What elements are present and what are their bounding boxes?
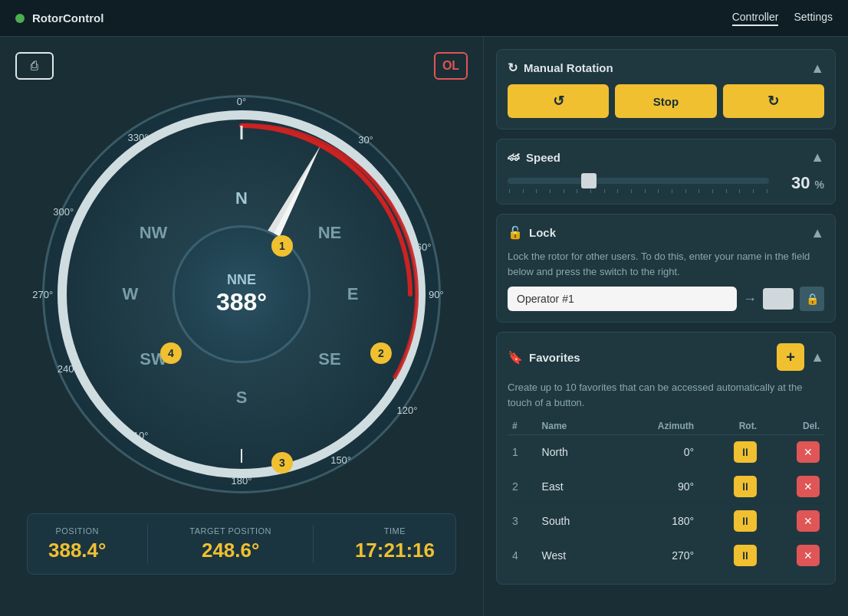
stop-button[interactable]: Stop xyxy=(615,84,716,118)
fav-rot-cell: ⏸ xyxy=(698,470,761,504)
time-label: Time xyxy=(384,526,406,536)
favorites-description: Create up to 10 favorites that can be ac… xyxy=(508,380,824,410)
fav-rot-cell: ⏸ xyxy=(698,435,761,470)
waypoint-4[interactable]: 4 xyxy=(160,342,182,364)
main: ⎙ OL 0° 30° 60° 90° 120° 150° 180° 210° … xyxy=(0,37,848,616)
fav-azimuth: 90° xyxy=(610,470,698,504)
header-left: RotorControl xyxy=(15,11,104,25)
manual-rotation-title: ↻ Manual Rotation xyxy=(508,61,613,75)
nav-settings[interactable]: Settings xyxy=(794,11,833,26)
lock-row: → 🔒 xyxy=(508,287,824,311)
lock-action-button[interactable]: 🔒 xyxy=(800,287,824,311)
favorites-header: 🔖 Favorites + ▲ xyxy=(508,343,824,371)
waypoint-3[interactable]: 3 xyxy=(271,452,293,473)
fav-del-cell: ✕ xyxy=(761,435,824,470)
lock-header: 🔓 Lock ▲ xyxy=(508,225,824,240)
fav-rot-cell: ⏸ xyxy=(698,539,761,573)
col-del: Del. xyxy=(761,418,824,435)
fav-name: East xyxy=(537,470,610,504)
fav-pause-button[interactable]: ⏸ xyxy=(734,545,757,566)
favorites-add-button[interactable]: + xyxy=(777,343,804,371)
logo-dot xyxy=(15,14,25,23)
lock-title: 🔓 Lock xyxy=(508,225,556,240)
ol-badge: OL xyxy=(434,52,468,80)
position-value: 388.4° xyxy=(48,539,106,562)
fav-azimuth: 0° xyxy=(610,435,698,470)
favorites-table: # Name Azimuth Rot. Del. 1 North 0° ⏸ ✕ xyxy=(508,418,824,573)
lock-collapse[interactable]: ▲ xyxy=(810,226,824,240)
arrow-right-icon: → xyxy=(743,291,757,307)
manual-rotation-header: ↻ Manual Rotation ▲ xyxy=(508,61,824,75)
header-nav: Controller Settings xyxy=(732,11,833,26)
target-value: 248.6° xyxy=(202,539,259,562)
fav-pause-button[interactable]: ⏸ xyxy=(734,441,757,463)
col-rot: Rot. xyxy=(698,418,761,435)
table-row: 3 South 180° ⏸ ✕ xyxy=(508,504,824,539)
compass-direction: NNE xyxy=(227,272,256,288)
fav-del-cell: ✕ xyxy=(761,539,824,573)
status-divider-1 xyxy=(147,525,148,563)
col-azimuth: Azimuth xyxy=(610,418,698,435)
fav-azimuth: 270° xyxy=(610,539,698,573)
status-target: Target Position 248.6° xyxy=(189,526,271,562)
waypoint-1[interactable]: 1 xyxy=(271,235,293,257)
fav-name: North xyxy=(537,435,610,470)
compass-wrap: 0° 30° 60° 90° 120° 150° 180° 210° 240° … xyxy=(35,87,449,501)
fav-delete-button[interactable]: ✕ xyxy=(797,510,820,532)
waypoint-2[interactable]: 2 xyxy=(370,342,392,364)
fav-name: West xyxy=(537,539,610,573)
speed-icon: 🏎 xyxy=(508,150,520,164)
col-name: Name xyxy=(537,418,610,435)
fav-del-cell: ✕ xyxy=(761,504,824,539)
lock-name-input[interactable] xyxy=(508,287,737,311)
fav-delete-button[interactable]: ✕ xyxy=(797,441,820,463)
lock-toggle-button[interactable] xyxy=(763,288,794,310)
col-num: # xyxy=(508,418,537,435)
fav-pause-button[interactable]: ⏸ xyxy=(734,510,757,532)
back-button[interactable]: ⎙ xyxy=(15,52,54,80)
manual-rotation-collapse[interactable]: ▲ xyxy=(810,61,824,75)
rotation-buttons: ↺ Stop ↻ xyxy=(508,84,824,118)
fav-del-cell: ✕ xyxy=(761,470,824,504)
compass-degrees: 388° xyxy=(216,288,267,316)
fav-num: 3 xyxy=(508,504,537,539)
rotate-ccw-button[interactable]: ↺ xyxy=(508,84,609,118)
top-controls: ⎙ OL xyxy=(15,52,468,80)
status-divider-2 xyxy=(313,525,314,563)
table-row: 1 North 0° ⏸ ✕ xyxy=(508,435,824,470)
fav-delete-button[interactable]: ✕ xyxy=(797,545,820,566)
favorites-title: 🔖 Favorites xyxy=(508,350,580,365)
fav-pause-button[interactable]: ⏸ xyxy=(734,476,757,497)
rotate-cw-button[interactable]: ↻ xyxy=(723,84,824,118)
time-value: 17:21:16 xyxy=(355,539,435,562)
favorites-collapse[interactable]: ▲ xyxy=(810,350,824,364)
nav-controller[interactable]: Controller xyxy=(732,11,779,26)
speed-title: 🏎 Speed xyxy=(508,150,560,164)
speed-card: 🏎 Speed ▲ xyxy=(496,139,836,205)
manual-rotation-card: ↻ Manual Rotation ▲ ↺ Stop ↻ xyxy=(496,49,836,129)
speed-slider[interactable] xyxy=(508,178,769,184)
bookmark-icon: 🔖 xyxy=(508,350,523,365)
favorites-card: 🔖 Favorites + ▲ Create up to 10 favorite… xyxy=(496,332,836,585)
header: RotorControl Controller Settings xyxy=(0,0,848,37)
status-bar: Position 388.4° Target Position 248.6° T… xyxy=(27,513,456,575)
refresh-icon: ↻ xyxy=(508,61,518,75)
fav-num: 1 xyxy=(508,435,537,470)
app-title: RotorControl xyxy=(32,11,104,25)
fav-num: 2 xyxy=(508,470,537,504)
lock-icon: 🔓 xyxy=(508,225,523,240)
speed-collapse[interactable]: ▲ xyxy=(810,150,824,164)
table-row: 4 West 270° ⏸ ✕ xyxy=(508,539,824,573)
status-time: Time 17:21:16 xyxy=(355,526,435,562)
speed-row: 30 % xyxy=(508,173,824,193)
lock-description: Lock the rotor for other users. To do th… xyxy=(508,249,824,279)
status-position: Position 388.4° xyxy=(48,526,106,562)
fav-delete-button[interactable]: ✕ xyxy=(797,476,820,497)
left-panel: ⎙ OL 0° 30° 60° 90° 120° 150° 180° 210° … xyxy=(0,37,483,616)
table-row: 2 East 90° ⏸ ✕ xyxy=(508,470,824,504)
speed-slider-wrap xyxy=(508,173,769,193)
fav-rot-cell: ⏸ xyxy=(698,504,761,539)
fav-name: South xyxy=(537,504,610,539)
speed-value: 30 % xyxy=(778,173,824,193)
right-panel: ↻ Manual Rotation ▲ ↺ Stop ↻ 🏎 Speed ▲ xyxy=(483,37,848,616)
